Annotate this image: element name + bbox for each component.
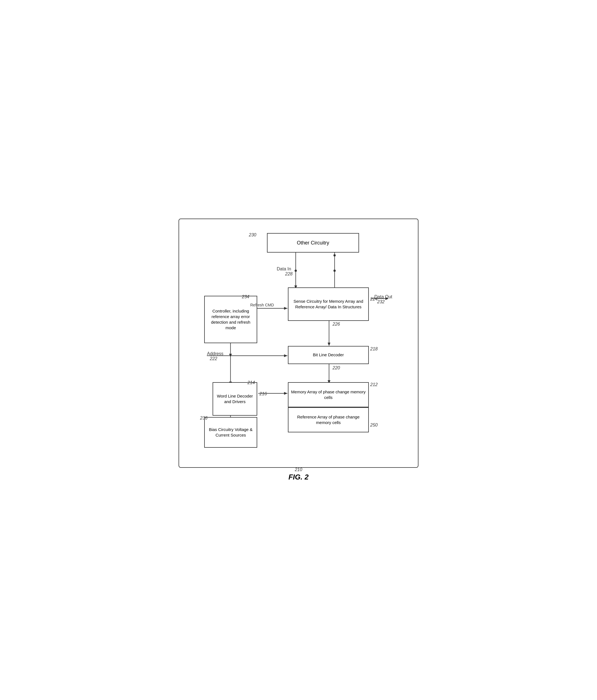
ref-234: 234 [242, 294, 249, 299]
diagram-outer: Other Circuitry 230 Data In 228 Data Out… [178, 219, 419, 468]
address-label: Address [207, 351, 223, 356]
word-line-decoder-box: Word Line Decoder and Drivers [213, 382, 257, 416]
ref-216: 216 [259, 392, 267, 396]
svg-point-5 [333, 254, 336, 256]
ref-228: 228 [285, 272, 293, 277]
svg-point-7 [333, 270, 336, 272]
bit-line-decoder-box: Bit Line Decoder [288, 346, 369, 364]
bias-circuitry-box: Bias Circuitry Voltage & Current Sources [204, 417, 257, 448]
ref-230: 230 [249, 232, 256, 238]
data-in-label: Data In [277, 267, 291, 272]
sense-circuitry-box: Sense Circuitry for Memory Array and Ref… [288, 288, 369, 321]
memory-array-box: Memory Array of phase change memory cell… [288, 382, 369, 407]
ref-236: 236 [200, 416, 208, 421]
ref-212: 212 [370, 382, 378, 387]
refresh-cmd-label: Refresh CMD [250, 303, 274, 307]
fig-label: FIG. 2 [288, 473, 309, 481]
ref-220: 220 [333, 366, 340, 371]
svg-marker-24 [284, 392, 287, 395]
ref-222: 222 [210, 356, 217, 361]
ref-218: 218 [370, 347, 378, 352]
ref-250: 250 [370, 423, 378, 428]
ref-232: 232 [377, 299, 385, 304]
other-circuitry-box: Other Circuitry [267, 233, 359, 253]
ref-224: 224 [370, 297, 378, 302]
ref-214: 214 [247, 380, 255, 385]
page-container: Other Circuitry 230 Data In 228 Data Out… [173, 219, 424, 481]
reference-array-box: Reference Array of phase change memory c… [288, 407, 369, 432]
diagram-content: Other Circuitry 230 Data In 228 Data Out… [188, 227, 409, 456]
svg-marker-14 [229, 354, 232, 357]
svg-marker-16 [284, 354, 287, 357]
svg-point-1 [294, 270, 297, 272]
svg-marker-20 [328, 343, 330, 346]
ref-226: 226 [333, 322, 340, 327]
svg-marker-12 [284, 307, 287, 310]
controller-box: Controller, including reference array er… [204, 296, 257, 343]
ref-210: 210 [295, 467, 303, 472]
